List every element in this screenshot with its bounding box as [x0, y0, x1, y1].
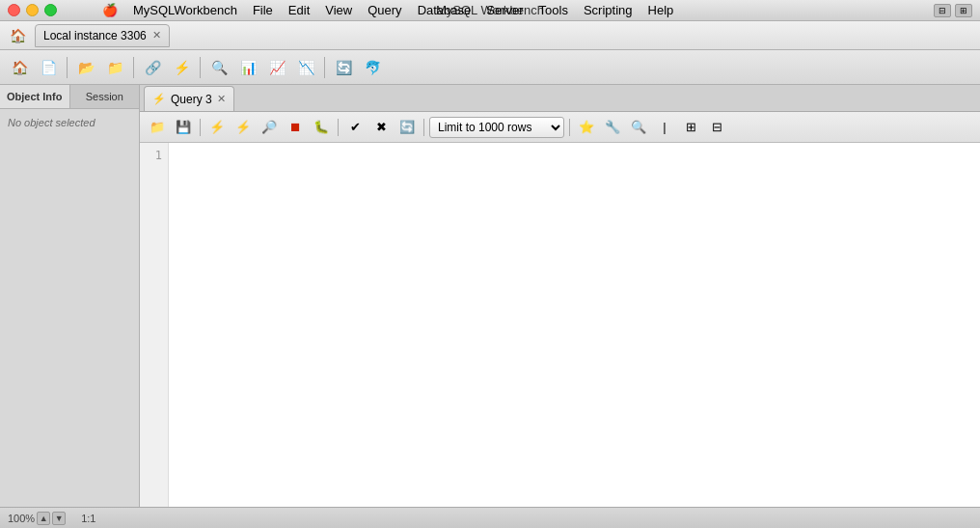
window-list-button[interactable]: ⊞	[955, 4, 972, 17]
object-info-tab[interactable]: Object Info	[0, 85, 70, 108]
open-model-button[interactable]: 📁	[101, 54, 128, 81]
toggle-explain-button[interactable]: 🐛	[310, 116, 333, 139]
split-v-button[interactable]: ⊞	[679, 116, 702, 139]
zoom-control: 100% ▲ ▼	[8, 512, 66, 525]
menu-file[interactable]: File	[245, 0, 281, 21]
format-button[interactable]: 🔧	[601, 116, 624, 139]
qtb-sep-4	[569, 119, 570, 136]
sql-editor[interactable]	[169, 143, 980, 507]
stop-query-button[interactable]: ⏹	[284, 116, 307, 139]
line-numbers: 1	[140, 143, 169, 507]
query-tab-close[interactable]: ✕	[217, 93, 226, 105]
open-sql-button[interactable]: 📂	[72, 54, 99, 81]
rollback-button[interactable]: ✖	[369, 116, 393, 139]
menu-tools[interactable]: Tools	[531, 0, 576, 21]
query-tab-icon: ⚡	[152, 93, 166, 105]
connection-bar: 🏠 Local instance 3306 ✕	[0, 21, 980, 50]
schema-inspector-button[interactable]: 🔍	[205, 54, 232, 81]
query-tab-bar: ⚡ Query 3 ✕	[140, 85, 980, 112]
db-connect-button[interactable]: 🔗	[139, 54, 166, 81]
toolbar-separator-4	[324, 57, 325, 78]
session-tab[interactable]: Session	[70, 85, 140, 108]
minimize-button[interactable]	[26, 4, 39, 16]
toolbar-separator-3	[200, 57, 201, 78]
zoom-value: 100%	[8, 513, 35, 524]
maximize-button[interactable]	[44, 4, 57, 16]
cursor-position: 1:1	[81, 513, 95, 524]
connection-tab-close[interactable]: ✕	[152, 30, 161, 41]
qtb-sep-2	[338, 119, 339, 136]
toolbar-separator-1	[67, 57, 68, 78]
close-button[interactable]	[8, 4, 20, 16]
new-model-button[interactable]: 🏠	[6, 54, 33, 81]
zoom-down-button[interactable]: ▼	[52, 512, 66, 525]
tile-window-button[interactable]: ⊟	[934, 4, 951, 17]
line-number-1: 1	[140, 147, 168, 164]
connection-tab-label: Local instance 3306	[43, 29, 147, 42]
grid-button[interactable]: ⊟	[705, 116, 728, 139]
performance-button[interactable]: 📈	[263, 54, 290, 81]
split-h-button[interactable]: |	[653, 116, 676, 139]
main-content: Object Info Session No object selected ⚡…	[0, 85, 980, 528]
menu-database[interactable]: Database	[410, 0, 479, 21]
menu-scripting[interactable]: Scripting	[576, 0, 640, 21]
menu-server[interactable]: Server	[478, 0, 531, 21]
mysql-button[interactable]: 🐬	[359, 54, 386, 81]
commit-button[interactable]: ✔	[343, 116, 367, 139]
traffic-lights	[8, 4, 57, 16]
table-data-button[interactable]: 📊	[234, 54, 261, 81]
dashboard-button[interactable]: 📉	[292, 54, 319, 81]
auto-commit-button[interactable]: 🔄	[395, 116, 419, 139]
menu-bar: 🍎 MySQLWorkbench File Edit View Query Da…	[95, 0, 681, 21]
toolbar-separator-2	[133, 57, 134, 78]
left-panel: Object Info Session No object selected	[0, 85, 140, 528]
zoom-up-button[interactable]: ▲	[37, 512, 50, 525]
new-sql-tab-button[interactable]: 📄	[35, 54, 62, 81]
query-button[interactable]: ⚡	[168, 54, 195, 81]
menu-view[interactable]: View	[317, 0, 360, 21]
save-query-button[interactable]: 💾	[172, 116, 195, 139]
menu-apple[interactable]: 🍎	[95, 0, 125, 21]
connection-tab[interactable]: Local instance 3306 ✕	[35, 24, 170, 47]
qtb-sep-3	[423, 119, 424, 136]
menu-app[interactable]: MySQLWorkbench	[125, 0, 245, 21]
explain-button[interactable]: 🔎	[258, 116, 281, 139]
menu-query[interactable]: Query	[360, 0, 409, 21]
status-bar: 100% ▲ ▼ 1:1	[0, 507, 980, 528]
find-replace-button[interactable]: 🔍	[627, 116, 650, 139]
left-panel-tabs: Object Info Session	[0, 85, 139, 109]
open-query-button[interactable]: 📁	[146, 116, 169, 139]
qtb-sep-1	[200, 119, 201, 136]
editor-area: 1	[140, 143, 980, 507]
title-bar: 🍎 MySQLWorkbench File Edit View Query Da…	[0, 0, 980, 21]
migration-button[interactable]: 🔄	[330, 54, 357, 81]
menu-edit[interactable]: Edit	[281, 0, 317, 21]
query-tab-3[interactable]: ⚡ Query 3 ✕	[144, 86, 234, 111]
home-button[interactable]: 🏠	[6, 25, 29, 46]
limit-select[interactable]: Don't Limit Limit to 10 rows Limit to 10…	[429, 117, 564, 138]
window-controls: ⊟ ⊞	[934, 4, 972, 17]
no-object-label: No object selected	[0, 109, 139, 136]
main-toolbar: 🏠 📄 📂 📁 🔗 ⚡ 🔍 📊 📈 📉 🔄 🐬	[0, 50, 980, 85]
query-toolbar: 📁 💾 ⚡ ⚡ 🔎 ⏹ 🐛 ✔ ✖ 🔄 Don't Limit Limit to…	[140, 112, 980, 143]
menu-help[interactable]: Help	[640, 0, 682, 21]
bookmark-button[interactable]: ⭐	[575, 116, 598, 139]
execute-all-button[interactable]: ⚡	[205, 116, 229, 139]
execute-selected-button[interactable]: ⚡	[231, 116, 255, 139]
query-tab-label: Query 3	[171, 93, 212, 106]
query-area: ⚡ Query 3 ✕ 📁 💾 ⚡ ⚡ 🔎 ⏹ 🐛 ✔ ✖ 🔄 Don't Li…	[140, 85, 980, 528]
